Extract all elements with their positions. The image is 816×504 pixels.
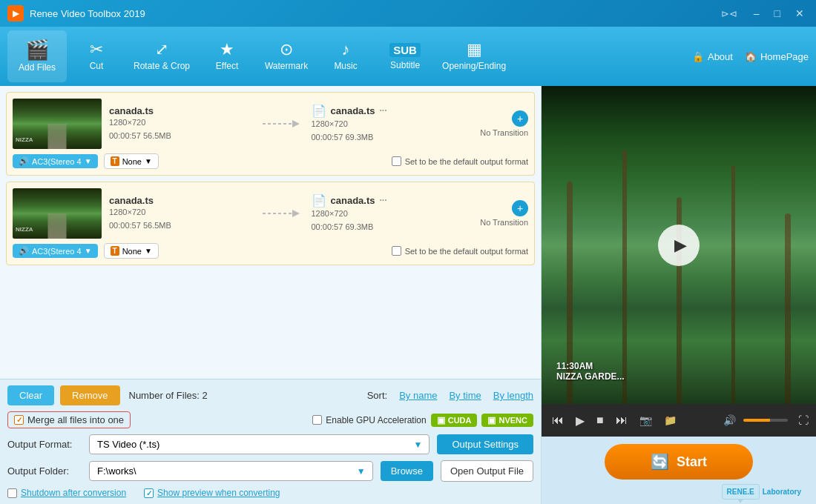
tooltip-arrow	[737, 499, 743, 503]
subtitle-value: None	[122, 247, 142, 256]
toolbar-add-files-label: Add Files	[19, 62, 56, 73]
rotate-crop-icon: ⤢	[155, 42, 168, 58]
shutdown-checkbox[interactable]: Shutdown after conversion	[7, 488, 126, 498]
show-preview-label: Show preview when converting	[157, 488, 280, 498]
merge-checkbox[interactable]: Merge all files into one	[7, 411, 131, 428]
subtitle-chevron-down-icon: ▼	[145, 247, 152, 255]
toolbar-rotate-crop[interactable]: ⤢ Rotate & Crop	[126, 30, 197, 82]
audio-chevron-down-icon: ▼	[85, 247, 92, 255]
toolbar-add-files[interactable]: 🎬 Add Files	[7, 30, 67, 82]
toolbar-music-label: Music	[334, 61, 357, 71]
file-list: NIZZA canada.ts 1280×720 00:00:57 56.5MB	[0, 86, 541, 379]
sort-by-length-button[interactable]: By length	[493, 390, 533, 401]
toolbar-music[interactable]: ♪ Music	[316, 30, 375, 82]
file-count: Number of Files: 2	[129, 390, 208, 401]
add-output-button[interactable]: +	[512, 110, 528, 127]
open-output-file-button[interactable]: Open Output File	[441, 460, 533, 482]
sort-by-time-button[interactable]: By time	[449, 390, 481, 401]
clear-button[interactable]: Clear	[7, 385, 54, 405]
input-size: 56.5MB	[143, 221, 171, 230]
nvenc-badge[interactable]: ▣ NVENC	[481, 414, 533, 427]
file-icon: 📄	[312, 193, 326, 208]
right-panel: ▶ 11:30AM NIZZA GARDE... ⏮ ▶ ■ ⏭ 📷 📁 🔊 ⛶…	[542, 86, 816, 504]
input-size: 56.5MB	[143, 131, 171, 140]
video-time: 11:30AM	[556, 361, 625, 371]
default-format-checkbox[interactable]: Set to be the default output format	[392, 246, 528, 256]
toolbar-opening-ending[interactable]: ▦ Opening/Ending	[435, 30, 513, 82]
cut-icon: ✂	[90, 42, 103, 58]
subtitle-select[interactable]: T None ▼	[104, 153, 159, 169]
file-icon: 📄	[312, 104, 326, 118]
tree-trunk	[785, 213, 791, 404]
watermark-icon: ⊙	[280, 42, 293, 58]
output-duration-size: 00:00:57 69.3MB	[312, 221, 455, 234]
file-actions: + No Transition	[461, 110, 528, 137]
toolbar-subtitle-label: Subtitle	[390, 60, 420, 70]
browse-button[interactable]: Browse	[381, 461, 433, 481]
renee-logo: RENE.E Laboratory	[556, 484, 801, 500]
skip-back-button[interactable]: ⏮	[549, 412, 567, 428]
output-filename: 📄 canada.ts ···	[312, 193, 455, 208]
bottom-bar: Clear Remove Number of Files: 2 Sort: By…	[0, 379, 541, 504]
homepage-button[interactable]: 🏠 HomePage	[745, 51, 809, 62]
output-settings-button[interactable]: Output Settings	[437, 434, 533, 454]
file-info: canada.ts 1280×720 00:00:57 56.5MB	[109, 195, 252, 232]
input-duration: 00:00:57	[109, 131, 141, 140]
screenshot-button[interactable]: 📷	[636, 413, 655, 428]
volume-icon: 🔊	[720, 413, 739, 428]
remove-button[interactable]: Remove	[60, 385, 119, 405]
output-format-select[interactable]: TS Video (*.ts)	[89, 434, 430, 454]
volume-control: 🔊	[720, 413, 788, 428]
show-preview-checkbox[interactable]: Show preview when converting	[144, 488, 280, 498]
sort-by-name-button[interactable]: By name	[399, 390, 437, 401]
stop-button[interactable]: ■	[593, 412, 607, 428]
toolbar-effect-label: Effect	[216, 61, 238, 71]
close-button[interactable]: ✕	[791, 6, 809, 21]
renee-branding: RENE.E Laboratory	[722, 484, 801, 500]
merge-checkbox-icon	[14, 415, 24, 425]
volume-slider[interactable]	[743, 419, 788, 422]
effect-icon: ★	[220, 42, 234, 58]
toolbar-rotate-crop-label: Rotate & Crop	[134, 61, 190, 71]
t-icon: T	[111, 156, 119, 166]
cuda-badge[interactable]: ▣ CUDA	[431, 414, 478, 427]
start-refresh-icon: 🔄	[651, 453, 669, 471]
t-icon: T	[111, 246, 119, 256]
output-format-dropdown[interactable]: TS Video (*.ts)	[89, 434, 430, 454]
file-item-row: NIZZA canada.ts 1280×720 00:00:57 56.5MB	[13, 99, 528, 149]
minimize-button[interactable]: –	[749, 6, 764, 21]
start-button[interactable]: 🔄 Start	[605, 444, 753, 480]
subtitle-select[interactable]: T None ▼	[104, 243, 159, 259]
svg-marker-1	[292, 120, 300, 127]
output-filename: 📄 canada.ts ···	[312, 104, 455, 118]
format-row: Output Format: TS Video (*.ts) Output Se…	[7, 434, 533, 454]
default-format-checkbox[interactable]: Set to be the default output format	[392, 156, 528, 166]
toolbar-subtitle[interactable]: SUB Subtitle	[375, 30, 435, 82]
about-label: About	[708, 51, 733, 62]
nvidia-cuda-icon: ▣	[437, 415, 445, 425]
toolbar-effect[interactable]: ★ Effect	[197, 30, 257, 82]
maximize-button[interactable]: □	[770, 6, 785, 21]
renee-box: RENE.E	[722, 484, 760, 500]
output-info: 📄 canada.ts ··· 1280×720 00:00:57 69.3MB	[312, 193, 455, 233]
play-button[interactable]: ▶	[573, 412, 588, 429]
conversion-arrow	[260, 116, 304, 131]
fullscreen-button[interactable]: ⛶	[798, 414, 809, 426]
output-folder-input[interactable]	[89, 461, 373, 481]
audio-select[interactable]: 🔊 AC3(Stereo 4 ▼	[13, 154, 98, 168]
audio-select[interactable]: 🔊 AC3(Stereo 4 ▼	[13, 244, 98, 258]
more-options: ···	[379, 195, 386, 205]
file-item: NIZZA canada.ts 1280×720 00:00:57 56.5MB	[6, 182, 535, 265]
toolbar-watermark[interactable]: ⊙ Watermark	[257, 30, 316, 82]
video-play-button[interactable]: ▶	[658, 225, 700, 266]
add-output-button[interactable]: +	[512, 200, 528, 216]
toolbar-watermark-label: Watermark	[265, 61, 308, 71]
gpu-acceleration-checkbox[interactable]: Enable GPU Acceleration	[312, 415, 426, 425]
nvidia-nvenc-icon: ▣	[487, 415, 496, 425]
about-button[interactable]: 🔒 About	[692, 51, 733, 62]
toolbar-cut[interactable]: ✂ Cut	[67, 30, 126, 82]
open-folder-button[interactable]: 📁	[661, 413, 680, 428]
laboratory-text: Laboratory	[763, 488, 801, 496]
checkbox-icon	[392, 246, 401, 256]
skip-forward-button[interactable]: ⏭	[613, 412, 631, 428]
